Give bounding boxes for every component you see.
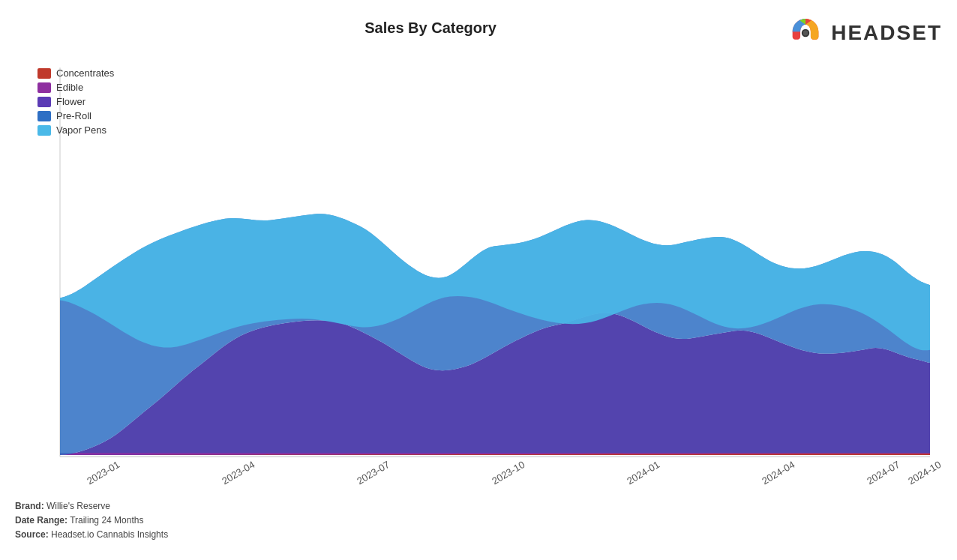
legend-label-edible: Edible bbox=[56, 82, 83, 93]
chart-title: Sales By Category bbox=[75, 13, 786, 37]
chart-area: Concentrates Edible Flower Pre-Roll Vapo… bbox=[15, 60, 942, 495]
header: Sales By Category HEADSE bbox=[0, 0, 957, 52]
footer-source: Source: Headset.io Cannabis Insights bbox=[15, 528, 942, 542]
legend-color-concentrates bbox=[38, 68, 51, 79]
svg-point-2 bbox=[803, 31, 808, 36]
date-range-value: Trailing 24 Months bbox=[70, 515, 143, 526]
legend-item-preroll: Pre-Roll bbox=[38, 110, 114, 121]
source-label: Source: bbox=[15, 529, 49, 540]
legend-item-flower: Flower bbox=[38, 96, 114, 107]
legend-color-preroll bbox=[38, 111, 51, 121]
headset-logo-icon bbox=[786, 13, 825, 52]
legend-color-edible bbox=[38, 82, 51, 93]
legend-color-flower bbox=[38, 97, 51, 107]
footer-date-range: Date Range: Trailing 24 Months bbox=[15, 514, 942, 528]
date-range-label: Date Range: bbox=[15, 515, 68, 526]
legend-label-concentrates: Concentrates bbox=[56, 67, 114, 79]
page-container: Sales By Category HEADSE bbox=[0, 0, 957, 560]
legend-label-preroll: Pre-Roll bbox=[56, 110, 92, 121]
footer-brand: Brand: Willie's Reserve bbox=[15, 499, 942, 514]
legend-color-vaporpens bbox=[38, 125, 51, 136]
legend-label-vaporpens: Vapor Pens bbox=[56, 124, 106, 136]
legend-item-concentrates: Concentrates bbox=[38, 67, 114, 79]
brand-value: Willie's Reserve bbox=[46, 501, 110, 511]
source-value: Headset.io Cannabis Insights bbox=[51, 529, 168, 540]
chart-legend: Concentrates Edible Flower Pre-Roll Vapo… bbox=[38, 67, 114, 136]
legend-item-edible: Edible bbox=[38, 82, 114, 93]
logo-text: HEADSET bbox=[831, 21, 942, 45]
brand-label: Brand: bbox=[15, 501, 44, 511]
chart-footer: Brand: Willie's Reserve Date Range: Trai… bbox=[0, 495, 957, 543]
chart-svg: 2023-01 2023-04 2023-07 2023-10 2024-01 … bbox=[15, 60, 942, 495]
legend-item-vaporpens: Vapor Pens bbox=[38, 124, 114, 136]
logo-area: HEADSET bbox=[786, 13, 942, 52]
legend-label-flower: Flower bbox=[56, 96, 86, 107]
